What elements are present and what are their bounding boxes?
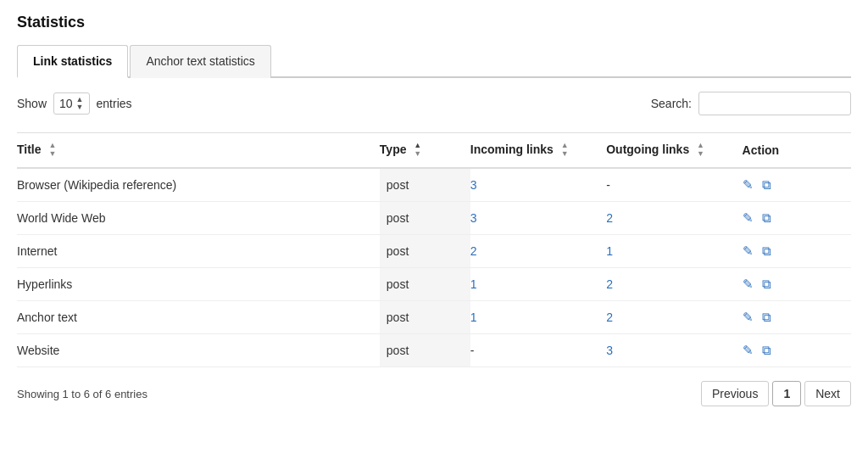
edit-icon[interactable]: ✎ (743, 243, 754, 259)
pagination: Previous 1 Next (701, 381, 851, 406)
cell-incoming[interactable]: 1 (470, 268, 606, 301)
col-header-action: Action (743, 133, 851, 168)
cell-title: Website (17, 334, 380, 367)
table-row: Browser (Wikipedia reference)post3-✎⧉ (17, 168, 851, 202)
col-header-title[interactable]: Title ▲▼ (17, 133, 380, 168)
cell-outgoing[interactable]: 2 (606, 202, 742, 235)
show-entries-control: Show 10 ▲ ▼ entries (17, 92, 132, 115)
edit-icon[interactable]: ✎ (743, 343, 754, 358)
statistics-table: Title ▲▼ Type ▲▼ Incoming links ▲▼ Outgo… (17, 132, 851, 367)
entries-spinner[interactable]: ▲ ▼ (76, 96, 84, 111)
external-link-icon[interactable]: ⧉ (762, 310, 771, 325)
edit-icon[interactable]: ✎ (743, 277, 754, 292)
page-title: Statistics (17, 14, 851, 31)
cell-title: Internet (17, 235, 380, 268)
cell-action: ✎⧉ (743, 235, 851, 268)
cell-incoming[interactable]: 3 (470, 168, 606, 202)
page-1-button[interactable]: 1 (772, 381, 801, 406)
tab-link-statistics[interactable]: Link statistics (17, 45, 128, 78)
table-header-row: Title ▲▼ Type ▲▼ Incoming links ▲▼ Outgo… (17, 133, 851, 168)
cell-title: Anchor text (17, 301, 380, 334)
cell-outgoing[interactable]: 1 (606, 235, 742, 268)
search-area: Search: (651, 92, 851, 115)
external-link-icon[interactable]: ⧉ (762, 243, 771, 259)
controls-row: Show 10 ▲ ▼ entries Search: (17, 92, 851, 115)
cell-action: ✎⧉ (743, 202, 851, 235)
cell-action: ✎⧉ (743, 169, 851, 202)
showing-text: Showing 1 to 6 of 6 entries (17, 388, 147, 400)
col-header-incoming[interactable]: Incoming links ▲▼ (470, 133, 606, 168)
show-label: Show (17, 97, 47, 110)
sort-title-icon: ▲▼ (48, 142, 56, 159)
search-input[interactable] (698, 92, 851, 115)
cell-type: post (380, 168, 470, 202)
external-link-icon[interactable]: ⧉ (762, 343, 771, 358)
entries-select[interactable]: 10 ▲ ▼ (53, 92, 90, 115)
cell-incoming: - (470, 334, 606, 367)
search-label: Search: (651, 97, 692, 110)
cell-outgoing[interactable]: 3 (606, 334, 742, 367)
next-button[interactable]: Next (804, 381, 851, 406)
cell-action: ✎⧉ (743, 334, 851, 367)
cell-incoming[interactable]: 2 (470, 235, 606, 268)
cell-type: post (380, 235, 470, 268)
sort-outgoing-icon: ▲▼ (697, 142, 704, 159)
table-row: World Wide Webpost32✎⧉ (17, 202, 851, 235)
tab-bar: Link statistics Anchor text statistics (17, 43, 851, 78)
col-header-type[interactable]: Type ▲▼ (380, 133, 470, 168)
cell-action: ✎⧉ (743, 301, 851, 334)
cell-incoming[interactable]: 3 (470, 202, 606, 235)
table-row: Hyperlinkspost12✎⧉ (17, 268, 851, 301)
edit-icon[interactable]: ✎ (743, 177, 754, 193)
cell-outgoing: - (606, 168, 742, 202)
cell-outgoing[interactable]: 2 (606, 268, 742, 301)
cell-type: post (380, 268, 470, 301)
cell-incoming[interactable]: 1 (470, 301, 606, 334)
cell-title: World Wide Web (17, 202, 380, 235)
edit-icon[interactable]: ✎ (743, 310, 754, 325)
edit-icon[interactable]: ✎ (743, 210, 754, 226)
tab-anchor-text-statistics[interactable]: Anchor text statistics (130, 45, 270, 78)
col-header-outgoing[interactable]: Outgoing links ▲▼ (606, 133, 742, 168)
cell-type: post (380, 301, 470, 334)
cell-outgoing[interactable]: 2 (606, 301, 742, 334)
cell-type: post (380, 334, 470, 367)
table-row: Internetpost21✎⧉ (17, 235, 851, 268)
cell-title: Hyperlinks (17, 268, 380, 301)
cell-type: post (380, 202, 470, 235)
entries-value: 10 (59, 97, 73, 110)
entries-label: entries (97, 97, 132, 110)
external-link-icon[interactable]: ⧉ (762, 210, 771, 226)
cell-action: ✎⧉ (743, 268, 851, 301)
cell-title: Browser (Wikipedia reference) (17, 168, 380, 202)
sort-type-icon: ▲▼ (414, 142, 421, 159)
prev-button[interactable]: Previous (701, 381, 769, 406)
external-link-icon[interactable]: ⧉ (762, 177, 771, 193)
table-footer: Showing 1 to 6 of 6 entries Previous 1 N… (17, 381, 851, 406)
sort-incoming-icon: ▲▼ (561, 142, 569, 159)
spinner-down-icon: ▼ (76, 104, 84, 111)
table-row: Anchor textpost12✎⧉ (17, 301, 851, 334)
table-row: Websitepost-3✎⧉ (17, 334, 851, 367)
external-link-icon[interactable]: ⧉ (762, 277, 771, 292)
